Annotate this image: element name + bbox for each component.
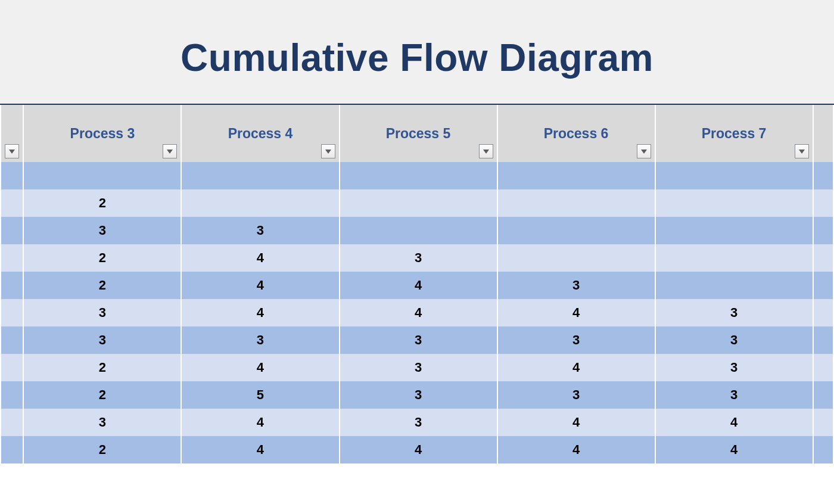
table-row: 2 5 3 3 3 [1,381,833,409]
cell[interactable] [181,162,339,189]
cell[interactable]: 3 [655,354,813,381]
cell-tail[interactable] [813,436,833,463]
cell-tail[interactable] [813,272,833,299]
cell[interactable] [655,189,813,217]
svg-marker-3 [483,150,489,154]
column-header-process-3[interactable]: Process 3 [23,105,181,162]
cell[interactable]: 4 [181,409,339,436]
cell[interactable] [497,189,655,217]
column-header-process-4[interactable]: Process 4 [181,105,339,162]
cell[interactable]: 2 [23,436,181,463]
cell-stub[interactable] [1,189,23,217]
filter-button-stub[interactable] [5,144,19,158]
cell[interactable]: 4 [181,299,339,326]
cell[interactable]: 3 [340,381,497,409]
cell[interactable]: 4 [497,354,655,381]
cell-tail[interactable] [813,354,833,381]
filter-button-process-6[interactable] [637,144,651,158]
cell[interactable]: 3 [655,299,813,326]
cell[interactable]: 3 [23,217,181,244]
cell[interactable] [655,217,813,244]
cell[interactable]: 2 [23,381,181,409]
cell[interactable]: 5 [181,381,339,409]
filter-button-process-4[interactable] [321,144,335,158]
cell[interactable]: 4 [340,436,497,463]
cell-stub[interactable] [1,326,23,354]
cell[interactable]: 3 [340,354,497,381]
cell-stub[interactable] [1,381,23,409]
cell[interactable] [655,162,813,189]
cell[interactable]: 2 [23,189,181,217]
cell[interactable] [181,189,339,217]
cell[interactable]: 4 [340,299,497,326]
cell[interactable]: 2 [23,354,181,381]
cell-tail[interactable] [813,409,833,436]
cell[interactable]: 4 [497,436,655,463]
cell-tail[interactable] [813,189,833,217]
table-row [1,162,833,189]
cell[interactable]: 3 [655,381,813,409]
cell-tail[interactable] [813,381,833,409]
cell-stub[interactable] [1,162,23,189]
cell[interactable] [497,217,655,244]
dropdown-icon [325,150,331,154]
cell[interactable] [655,272,813,299]
cell[interactable]: 3 [340,326,497,354]
cell[interactable]: 4 [181,244,339,272]
filter-button-process-3[interactable] [163,144,177,158]
cell[interactable]: 3 [340,409,497,436]
cell[interactable] [340,162,497,189]
cell[interactable]: 4 [340,272,497,299]
cell[interactable]: 3 [181,217,339,244]
cell[interactable]: 3 [23,409,181,436]
cell[interactable]: 3 [497,326,655,354]
cell[interactable] [340,217,497,244]
cell-stub[interactable] [1,299,23,326]
cell[interactable]: 2 [23,272,181,299]
table-row: 2 [1,189,833,217]
cell-stub[interactable] [1,409,23,436]
table-row: 3 4 3 4 4 [1,409,833,436]
cell-stub[interactable] [1,244,23,272]
header-tail [813,105,833,162]
cell-tail[interactable] [813,326,833,354]
table-row: 2 4 4 3 [1,272,833,299]
cell[interactable]: 4 [181,354,339,381]
cell[interactable]: 3 [497,272,655,299]
cell-tail[interactable] [813,217,833,244]
cell-stub[interactable] [1,354,23,381]
cell[interactable]: 2 [23,244,181,272]
cell-tail[interactable] [813,162,833,189]
cell[interactable]: 3 [340,244,497,272]
column-header-process-6[interactable]: Process 6 [497,105,655,162]
cell[interactable]: 3 [655,326,813,354]
filter-button-process-5[interactable] [479,144,493,158]
cell[interactable] [23,162,181,189]
cell-stub[interactable] [1,272,23,299]
column-header-process-7[interactable]: Process 7 [655,105,813,162]
cell[interactable] [497,162,655,189]
filter-button-process-7[interactable] [795,144,809,158]
column-header-process-5[interactable]: Process 5 [340,105,497,162]
cell[interactable]: 4 [181,436,339,463]
cell[interactable]: 4 [497,409,655,436]
cell[interactable]: 3 [23,299,181,326]
cell[interactable]: 3 [497,381,655,409]
svg-marker-4 [641,150,647,154]
cell[interactable]: 4 [655,436,813,463]
cell-tail[interactable] [813,244,833,272]
cell-stub[interactable] [1,217,23,244]
cell[interactable] [655,244,813,272]
spreadsheet-page: Cumulative Flow Diagram Process 3 Proces… [0,0,834,463]
cell-stub[interactable] [1,436,23,463]
cell[interactable] [340,189,497,217]
cell[interactable]: 3 [181,326,339,354]
header-row: Process 3 Process 4 Process 5 [1,105,833,162]
cell[interactable]: 4 [181,272,339,299]
cell-tail[interactable] [813,299,833,326]
cell[interactable]: 3 [23,326,181,354]
cell[interactable] [497,244,655,272]
data-table: Process 3 Process 4 Process 5 [0,105,834,463]
cell[interactable]: 4 [497,299,655,326]
cell[interactable]: 4 [655,409,813,436]
